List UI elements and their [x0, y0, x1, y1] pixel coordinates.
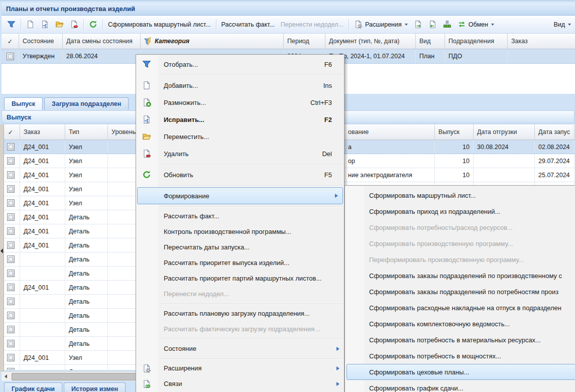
extensions-button[interactable]: Расширения [351, 19, 411, 31]
menu-item-income-from-depts[interactable]: Сформировать приход из подразделений... [345, 203, 575, 219]
column-header[interactable]: Тип [65, 124, 108, 140]
menu-item-dept-orders-structure[interactable]: Сформировать заказы подразделений по про… [345, 268, 575, 284]
menu-item-label: Рассчитать факт... [164, 212, 219, 220]
row-checkbox[interactable] [7, 340, 15, 347]
menu-item-edit[interactable]: Исправить...F2 [136, 111, 344, 128]
menu-separator [159, 75, 342, 75]
column-header[interactable]: Вид [416, 34, 445, 49]
row-checkbox[interactable] [7, 368, 15, 370]
calc-fact-button[interactable]: Рассчитать факт... [218, 19, 278, 31]
menu-item-duplicate[interactable]: Размножить...Ctrl+F3 [136, 94, 344, 111]
bottom-tab-График сдачи[interactable]: График сдачи [4, 382, 62, 392]
menu-item-label: Сформировать заказы подразделений по пот… [369, 288, 558, 296]
column-header[interactable]: ✓ [2, 34, 19, 49]
route-sheet-button[interactable]: Сформировать маршрутный лист... [105, 19, 214, 31]
export-button[interactable] [411, 19, 425, 31]
row-checkbox[interactable] [7, 354, 15, 361]
bottom-tab-История измен[interactable]: История измен [64, 382, 126, 392]
menu-item-plan-load[interactable]: Рассчитать плановую загрузку подразделен… [136, 306, 344, 321]
menu-item-add[interactable]: Добавить...Ins [136, 77, 344, 94]
menu-item-links[interactable]: Связи [136, 376, 344, 391]
column-header[interactable]: Дата запус [535, 124, 574, 140]
row-checkbox[interactable] [7, 284, 15, 291]
column-header[interactable]: Состояние [19, 34, 63, 49]
menu-item-label: Сформировать потребность/расход ресурсов… [369, 224, 513, 231]
column-header[interactable]: Подразделения [445, 34, 508, 49]
menu-item-filter[interactable]: Отобрать...F6 [136, 56, 344, 73]
collapse-arrow-icon[interactable] [1, 248, 3, 253]
menu-item-capacity-needs[interactable]: Сформировать потребность в мощностях... [345, 348, 575, 364]
column-header[interactable]: Дата смены состояния [63, 34, 141, 49]
app-window: Планы и отчеты производства изделий Сфор… [0, 0, 575, 392]
table-cell: Д24_001 [20, 182, 65, 196]
row-checkbox[interactable] [7, 171, 15, 179]
move-button[interactable] [52, 19, 67, 31]
column-header[interactable]: Период [284, 34, 325, 49]
menu-item-picking-list[interactable]: Сформировать комплектовочную ведомость..… [345, 316, 575, 332]
menu-item-label: Пересчитать даты запуска... [164, 243, 250, 251]
move-backlog-button-label: Перенести недодел... [281, 21, 343, 28]
row-checkbox[interactable] [7, 157, 15, 165]
column-header[interactable]: Заказ [508, 34, 575, 49]
tab-Выпуск[interactable]: Выпуск [4, 97, 43, 110]
checkbox-cell [2, 154, 20, 168]
column-header[interactable]: ✓ [2, 124, 20, 140]
menu-item-calc-fact[interactable]: Рассчитать факт... [136, 208, 344, 224]
menu-item-move[interactable]: Переместить... [136, 128, 344, 145]
menu-item-control-program[interactable]: Контроль производственной программы... [136, 224, 344, 239]
row-checkbox[interactable] [7, 241, 15, 249]
menu-item-route-sheet[interactable]: Сформировать маршрутный лист... [345, 187, 575, 203]
row-checkbox[interactable] [7, 255, 15, 263]
menu-item-formation[interactable]: Формирование [137, 187, 343, 204]
column-header[interactable]: Категория [141, 34, 284, 49]
checkbox-inner [9, 173, 13, 177]
menu-item-extensions[interactable]: Расширения [136, 360, 344, 376]
menu-item-delete[interactable]: УдалитьDel [136, 145, 344, 162]
collapse-splitter[interactable] [0, 124, 4, 371]
row-checkbox[interactable] [7, 53, 14, 60]
column-header[interactable]: Заказ [20, 124, 65, 140]
row-checkbox[interactable] [7, 199, 15, 207]
row-checkbox[interactable] [7, 312, 15, 319]
menu-item-recalc-launch-dates[interactable]: Пересчитать даты запуска... [136, 239, 344, 255]
filter-button[interactable] [4, 19, 19, 31]
edit-button[interactable] [38, 19, 52, 31]
menu-item-delivery-schedule[interactable]: Сформировать график сдачи... [345, 380, 575, 392]
cell-text: 28.06.2024 [66, 53, 98, 60]
add-button[interactable] [23, 19, 38, 31]
menu-item-priority-products[interactable]: Рассчитать приоритет выпуска изделий... [136, 255, 344, 271]
row-checkbox[interactable] [7, 227, 15, 235]
row-checkbox[interactable] [7, 270, 15, 277]
import-button[interactable] [425, 19, 440, 31]
checkbox-cell [2, 323, 20, 336]
menu-item-state[interactable]: Состояние [136, 341, 344, 356]
menu-item-dept-orders-needs[interactable]: Сформировать заказы подразделений по пот… [345, 284, 575, 300]
column-header[interactable]: Дата отгрузки [474, 124, 535, 140]
menu-item-material-needs[interactable]: Сформировать потребность в материальных … [345, 332, 575, 348]
view-button[interactable]: Вид [550, 19, 574, 31]
table-cell: План [416, 49, 445, 63]
table-cell [20, 309, 65, 322]
table-cell [20, 337, 65, 350]
column-header[interactable]: Документ (тип, №, дата) [325, 34, 416, 49]
column-header-label: ✓ [8, 38, 13, 45]
row-checkbox[interactable] [7, 213, 15, 221]
tab-Загрузка подразделен[interactable]: Загрузка подразделен [44, 97, 129, 110]
menu-item-refresh[interactable]: ОбновитьF5 [136, 166, 344, 183]
menu-item-shop-plans[interactable]: Сформировать цеховые планы... [347, 364, 575, 380]
menu-item-expense-invoices[interactable]: Сформировать расходные накладные на отпу… [345, 300, 575, 316]
row-checkbox[interactable] [7, 326, 15, 333]
column-header[interactable]: Выпуск [435, 124, 474, 140]
row-checkbox[interactable] [7, 298, 15, 305]
refresh-button[interactable] [86, 19, 100, 31]
delete-button[interactable] [67, 19, 81, 31]
cell-text: Узел [69, 158, 82, 165]
row-checkbox[interactable] [7, 185, 15, 193]
scroll-left-button[interactable] [2, 372, 10, 381]
exchange-button[interactable]: Обмен [454, 19, 497, 31]
row-checkbox[interactable] [7, 143, 15, 151]
column-header[interactable]: ование [344, 124, 435, 140]
menu-item-priority-batches[interactable]: Рассчитать приоритет партий маршрутных л… [136, 271, 344, 286]
checkbox-inner [9, 145, 13, 149]
org-chart-button[interactable] [440, 19, 454, 31]
